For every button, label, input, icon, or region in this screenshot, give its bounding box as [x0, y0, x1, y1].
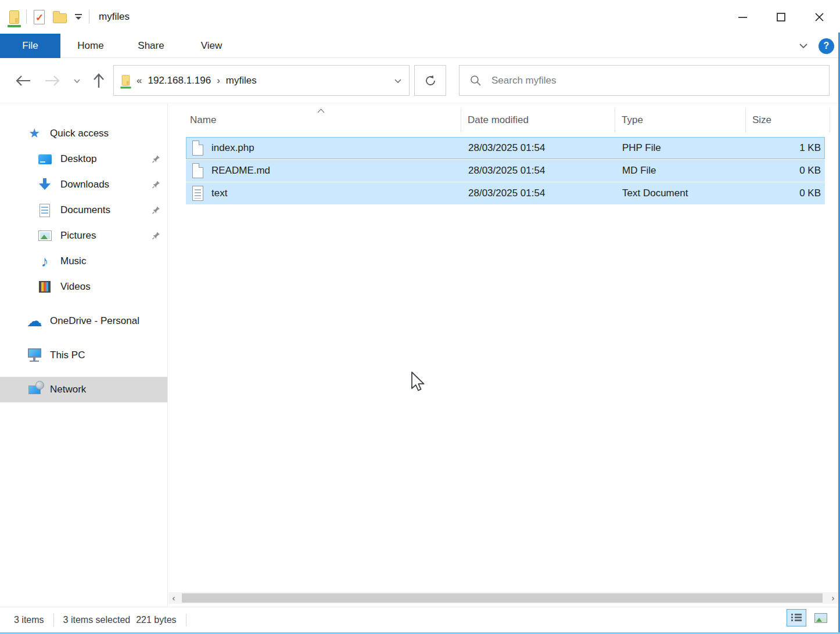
column-header-date-modified[interactable]: Date modified — [468, 114, 529, 126]
sidebar-item[interactable]: OneDrive - Personal — [0, 308, 167, 334]
maximize-icon — [777, 13, 785, 21]
table-row[interactable]: text 28/03/2025 01:54 Text Document 0 KB — [186, 182, 825, 204]
address-bar[interactable]: « 192.168.1.196 › myfiles — [113, 65, 410, 96]
sidebar-item-icon — [27, 314, 42, 329]
scroll-right-arrow[interactable]: › — [828, 592, 838, 604]
customize-toolbar-dropdown-icon[interactable] — [75, 14, 82, 20]
table-row[interactable]: README.md 28/03/2025 01:54 MD File 0 KB — [186, 160, 825, 182]
sidebar-item-icon — [28, 127, 40, 141]
window-title: myfiles — [99, 11, 130, 23]
sidebar-item-label: OneDrive - Personal — [50, 315, 139, 327]
sidebar-item[interactable]: Quick access — [0, 121, 167, 146]
tab-share[interactable]: Share — [121, 34, 181, 58]
file-icon — [192, 186, 203, 201]
sidebar-item-icon — [28, 386, 41, 394]
refresh-button[interactable] — [414, 65, 446, 96]
sidebar-item[interactable]: Downloads — [0, 172, 167, 197]
sidebar-item-icon — [28, 348, 41, 358]
sidebar-item[interactable]: Desktop — [0, 146, 167, 172]
up-arrow-icon — [93, 73, 105, 88]
thumbnails-view-button[interactable] — [811, 609, 831, 626]
file-date-modified: 28/03/2025 01:54 — [468, 188, 545, 199]
column-headers: Name Date modified Type Size — [168, 103, 838, 137]
sidebar-item[interactable]: This PC — [0, 343, 167, 368]
refresh-icon — [424, 74, 437, 87]
back-button[interactable] — [12, 58, 35, 103]
tab-home[interactable]: Home — [60, 34, 121, 58]
pin-icon — [152, 232, 160, 240]
maximize-button[interactable] — [762, 0, 800, 34]
pane-divider — [167, 103, 168, 607]
breadcrumb-folder[interactable]: myfiles — [226, 75, 257, 87]
close-button[interactable] — [800, 0, 838, 34]
up-button[interactable] — [87, 58, 110, 103]
sidebar-item-label: Pictures — [60, 230, 96, 242]
expand-ribbon-chevron-icon[interactable] — [799, 43, 808, 49]
chevron-down-icon — [394, 78, 402, 84]
search-icon — [470, 75, 481, 86]
file-type: MD File — [622, 165, 656, 176]
tab-view[interactable]: View — [181, 34, 242, 58]
view-toggles — [787, 609, 831, 626]
address-dropdown-button[interactable] — [394, 75, 402, 86]
new-folder-icon[interactable] — [53, 13, 67, 23]
navigation-pane: Quick access Desktop Downloads — [0, 103, 167, 607]
file-name: index.php — [211, 142, 254, 154]
details-view-button[interactable] — [787, 609, 806, 626]
sidebar-item[interactable]: Documents — [0, 197, 167, 223]
column-header-type[interactable]: Type — [622, 114, 643, 126]
file-size: 0 KB — [799, 165, 821, 176]
address-location-icon — [122, 75, 130, 85]
sidebar-item[interactable]: Music — [0, 248, 167, 274]
help-button[interactable]: ? — [819, 38, 834, 54]
column-divider[interactable] — [745, 108, 746, 132]
sidebar-item[interactable]: Network — [0, 377, 167, 402]
status-divider — [53, 614, 54, 626]
selection-count: 3 items selected — [63, 615, 131, 625]
forward-button[interactable] — [41, 58, 64, 103]
search-input[interactable] — [491, 75, 819, 87]
column-divider[interactable] — [830, 108, 830, 132]
pin-icon — [152, 181, 160, 189]
forward-arrow-icon — [44, 75, 60, 87]
tab-file[interactable]: File — [0, 34, 60, 58]
back-arrow-icon — [15, 75, 31, 87]
column-header-name[interactable]: Name — [190, 114, 216, 126]
file-icon — [192, 163, 203, 178]
thumbnails-view-icon — [814, 613, 827, 623]
sidebar-item-label: Documents — [60, 204, 110, 216]
sidebar-item[interactable]: Videos — [0, 274, 167, 300]
table-row[interactable]: index.php 28/03/2025 01:54 PHP File 1 KB — [186, 137, 825, 159]
horizontal-scrollbar[interactable]: ‹ › — [168, 592, 838, 604]
file-name: README.md — [211, 165, 270, 176]
window-controls — [723, 0, 838, 34]
column-divider[interactable] — [615, 108, 615, 132]
properties-icon[interactable] — [34, 10, 45, 24]
sidebar-item-icon — [38, 154, 52, 164]
file-size: 1 KB — [799, 142, 821, 154]
scroll-left-arrow[interactable]: ‹ — [168, 592, 179, 604]
scrollbar-thumb[interactable] — [182, 593, 823, 603]
status-bar: 3 items 3 items selected 221 bytes — [0, 607, 840, 632]
column-header-size[interactable]: Size — [752, 114, 771, 126]
status-divider — [186, 614, 186, 626]
divider — [26, 10, 27, 24]
sidebar-item-icon — [39, 178, 51, 191]
divider — [89, 10, 89, 24]
file-date-modified: 28/03/2025 01:54 — [468, 142, 545, 154]
search-box[interactable] — [459, 65, 830, 96]
pin-icon — [152, 206, 160, 215]
file-type: PHP File — [622, 142, 661, 154]
sidebar-item-label: Videos — [60, 281, 91, 293]
breadcrumb-host[interactable]: 192.168.1.196 — [148, 75, 211, 87]
file-list-pane: Name Date modified Type Size index.php 2… — [168, 103, 838, 607]
column-divider[interactable] — [461, 108, 461, 132]
file-type: Text Document — [622, 188, 688, 199]
sort-ascending-icon — [317, 105, 325, 116]
breadcrumb-collapse[interactable]: « — [137, 75, 142, 87]
pin-icon — [152, 155, 160, 164]
sidebar-item[interactable]: Pictures — [0, 223, 167, 248]
recent-locations-dropdown[interactable] — [69, 58, 85, 103]
minimize-button[interactable] — [723, 0, 762, 34]
sidebar-item-icon — [40, 204, 50, 217]
